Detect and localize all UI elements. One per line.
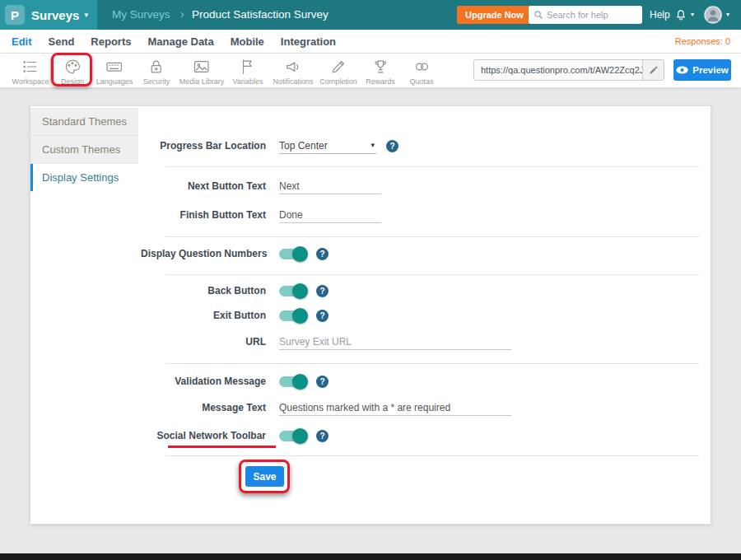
row-message-text: Message Text	[141, 398, 511, 418]
toolbar-item-label: Workspace	[12, 77, 49, 86]
message-text-label: Message Text	[141, 402, 266, 413]
next-button-text-label: Next Button Text	[141, 180, 266, 192]
toolbar-item-completion[interactable]: Completion	[319, 58, 357, 86]
upgrade-now-button[interactable]: Upgrade Now	[457, 6, 532, 24]
chevron-down-icon	[726, 11, 729, 18]
exit-button-label: Exit Button	[141, 310, 266, 321]
annotation-social-underline	[168, 446, 276, 448]
display-question-numbers-label: Display Question Numbers	[141, 248, 266, 259]
chevron-down-icon	[691, 11, 694, 18]
back-button-toggle[interactable]	[279, 286, 306, 296]
tab-reports[interactable]: Reports	[91, 35, 131, 48]
product-name: Surveys	[31, 8, 79, 22]
notifications-bell-icon[interactable]	[674, 7, 687, 21]
exit-url-label: URL	[141, 336, 266, 348]
toolbar-item-label: Completion	[319, 77, 357, 86]
tab-edit[interactable]: Edit	[12, 35, 32, 48]
display-question-numbers-toggle[interactable]	[279, 249, 306, 259]
toggle-knob	[292, 308, 308, 324]
row-next-button-text: Next Button Text	[141, 176, 381, 196]
message-text-input[interactable]	[279, 400, 511, 416]
exit-url-input[interactable]	[279, 334, 511, 350]
toolbar-item-label: Variables	[233, 77, 263, 86]
toolbar-item-label: Quotas	[409, 77, 433, 86]
help-circle-icon[interactable]	[316, 248, 329, 260]
row-exit-url: URL	[141, 332, 511, 352]
help-circle-icon[interactable]	[316, 285, 329, 297]
tab-mobile[interactable]: Mobile	[231, 35, 264, 48]
megaphone-icon	[284, 58, 302, 76]
breadcrumb-my-surveys[interactable]: My Surveys	[112, 8, 170, 21]
progress-bar-location-value: Top Center	[279, 140, 328, 152]
trophy-icon	[371, 58, 389, 76]
workspace-icon	[21, 58, 40, 76]
toggle-knob	[292, 246, 308, 262]
toolbar-item-security[interactable]: Security	[143, 58, 170, 86]
avatar[interactable]	[704, 6, 722, 24]
sidebar-item-custom-themes[interactable]: Custom Themes	[30, 136, 138, 164]
survey-nav: Edit Send Reports Manage Data Mobile Int…	[0, 30, 741, 54]
toolbar-item-rewards[interactable]: Rewards	[366, 58, 395, 86]
survey-title: Product Satisfaction Survey	[192, 8, 329, 21]
toolbar-item-label: Notifications	[273, 77, 313, 86]
rings-icon	[412, 58, 431, 76]
toolbar-item-workspace[interactable]: Workspace	[12, 58, 49, 86]
progress-bar-location-label: Progress Bar Location	[141, 140, 266, 152]
divider	[165, 236, 699, 237]
exit-button-toggle[interactable]	[279, 310, 306, 321]
save-button[interactable]: Save	[245, 466, 284, 487]
breadcrumb-separator-icon	[180, 7, 184, 21]
help-circle-icon[interactable]	[316, 310, 329, 322]
tab-manage-data[interactable]: Manage Data	[147, 35, 213, 48]
survey-url[interactable]: https://qa.questionpro.com/t/AW22Zcq2J	[474, 65, 642, 75]
row-back-button: Back Button	[141, 281, 329, 301]
social-network-toolbar-toggle[interactable]	[279, 431, 306, 441]
toolbar-item-label: Languages	[96, 77, 133, 86]
search-icon	[534, 10, 543, 20]
survey-url-box: https://qa.questionpro.com/t/AW22Zcq2J	[473, 59, 664, 81]
toggle-knob	[292, 283, 308, 299]
toolbar-item-label: Security	[143, 77, 170, 86]
sidebar-item-standard-themes[interactable]: Standard Themes	[30, 108, 138, 136]
back-button-label: Back Button	[141, 285, 266, 296]
display-settings-panel: Standard Themes Custom Themes Display Se…	[30, 105, 711, 525]
toggle-knob	[292, 374, 308, 390]
toolbar-item-media-library[interactable]: Media Library	[179, 58, 225, 86]
languages-icon	[105, 58, 124, 76]
preview-button[interactable]: Preview	[673, 59, 731, 81]
toolbar-item-notifications[interactable]: Notifications	[273, 58, 313, 86]
row-exit-button: Exit Button	[141, 306, 329, 325]
row-progress-bar-location: Progress Bar Location Top Center	[141, 136, 398, 156]
toolbar-item-quotas[interactable]: Quotas	[409, 58, 433, 86]
help-circle-icon[interactable]	[386, 140, 398, 152]
help-circle-icon[interactable]	[316, 376, 329, 388]
product-switcher[interactable]: P Surveys	[0, 0, 97, 30]
tab-send[interactable]: Send	[49, 35, 75, 48]
toolbar-item-design[interactable]: Design	[61, 58, 84, 86]
divider	[165, 363, 699, 364]
toolbar-item-variables[interactable]: Variables	[233, 58, 263, 86]
next-button-text-input[interactable]	[279, 179, 381, 194]
questionpro-app: P Surveys My Surveys Product Satisfactio…	[0, 0, 741, 560]
row-social-network-toolbar: Social Network Toolbar	[141, 426, 329, 446]
toolbar-item-label: Design	[61, 77, 84, 86]
tab-integration[interactable]: Integration	[281, 35, 336, 48]
help-circle-icon[interactable]	[316, 430, 329, 442]
help-link[interactable]: Help	[650, 9, 670, 21]
flag-icon	[239, 58, 257, 76]
help-search-input[interactable]	[547, 10, 637, 20]
row-finish-button-text: Finish Button Text	[141, 205, 381, 225]
edit-url-button[interactable]	[642, 60, 664, 80]
topbar: P Surveys My Surveys Product Satisfactio…	[0, 0, 741, 30]
bottom-edge	[0, 553, 741, 560]
eye-icon	[676, 66, 688, 74]
row-validation-message: Validation Message	[141, 371, 329, 391]
questionpro-logo: P	[5, 5, 25, 25]
finish-button-text-input[interactable]	[279, 208, 381, 223]
toolbar-item-languages[interactable]: Languages	[96, 58, 133, 86]
pencil-icon	[329, 58, 347, 76]
validation-message-toggle[interactable]	[279, 376, 306, 387]
progress-bar-location-select[interactable]: Top Center	[279, 138, 376, 154]
responses-count: Responses: 0	[675, 36, 730, 46]
sidebar-item-display-settings[interactable]: Display Settings	[30, 164, 138, 191]
